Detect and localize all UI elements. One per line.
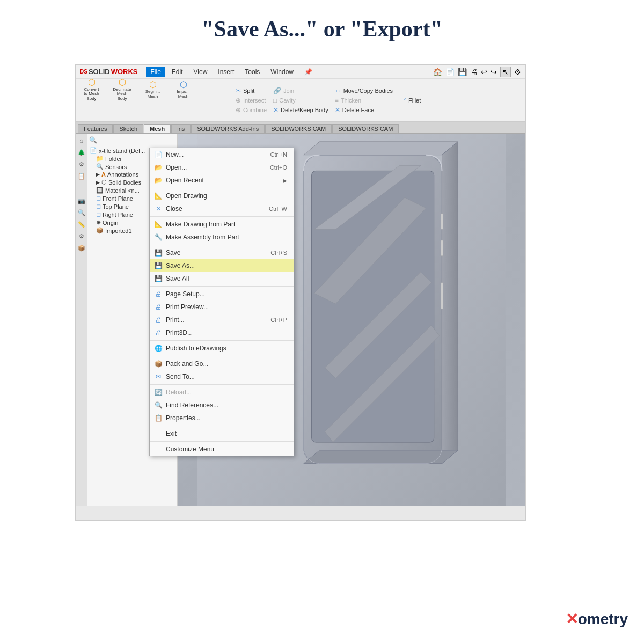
menu-item-print3d[interactable]: 🖨 Print3D... xyxy=(150,326,294,339)
imported-label: Imported1 xyxy=(105,228,132,234)
save-text: Save xyxy=(166,249,180,257)
save-all-left: 💾 Save All xyxy=(154,274,189,283)
separator-8 xyxy=(150,426,294,426)
xtile-icon: 📄 xyxy=(90,147,97,154)
split-button[interactable]: ✂ Split xyxy=(233,86,269,95)
menu-item-reload: 🔄 Reload... xyxy=(150,386,294,399)
intersect-icon: ⊕ xyxy=(236,97,241,104)
menu-item-pack-go[interactable]: 📦 Pack and Go... xyxy=(150,357,294,370)
tab-features[interactable]: Features xyxy=(78,124,113,133)
print-preview-left: 🖨 Print Preview... xyxy=(154,303,209,311)
icon-bar-measure[interactable]: 📏 xyxy=(77,219,86,229)
menu-item-new[interactable]: 📄 New... Ctrl+N xyxy=(150,148,294,161)
menu-item-save-all[interactable]: 💾 Save All xyxy=(150,272,294,285)
icon-bar-box[interactable]: 📦 xyxy=(77,243,86,253)
customize-text: Customize Menu xyxy=(166,445,214,453)
menu-item-send-to[interactable]: ✉ Send To... xyxy=(150,370,294,383)
join-label: Join xyxy=(283,87,294,94)
menu-pin[interactable]: 📌 xyxy=(300,67,317,77)
page-setup-text: Page Setup... xyxy=(166,290,205,298)
separator-7 xyxy=(150,384,294,385)
make-drawing-text: Make Drawing from Part xyxy=(166,221,235,228)
save-item-icon: 💾 xyxy=(154,248,163,257)
menu-item-properties[interactable]: 📋 Properties... xyxy=(150,412,294,425)
menu-item-open-drawing[interactable]: 📐 Open Drawing xyxy=(150,189,294,202)
icon-bar-magnet[interactable]: 🔍 xyxy=(77,208,86,217)
tab-mesh[interactable]: Mesh xyxy=(144,124,171,133)
filter-icon: 🔍 xyxy=(89,136,97,144)
intersect-button[interactable]: ⊕ Intersect xyxy=(233,96,269,105)
menu-item-make-drawing[interactable]: 📐 Make Drawing from Part xyxy=(150,218,294,231)
menu-item-open[interactable]: 📂 Open... Ctrl+O xyxy=(150,161,294,174)
thicken-icon: ≡ xyxy=(335,97,339,104)
icon-bar-home[interactable]: ⌂ xyxy=(77,136,86,145)
tab-sw-cam1[interactable]: SOLIDWORKS CAM xyxy=(265,124,332,133)
menu-item-make-assembly[interactable]: 🔧 Make Assembly from Part xyxy=(150,231,294,244)
undo-icon[interactable]: ↩ xyxy=(481,68,487,76)
thicken-button[interactable]: ≡ Thicken xyxy=(333,96,395,105)
menu-item-print[interactable]: 🖨 Print... Ctrl+P xyxy=(150,313,294,326)
print-icon[interactable]: 🖨 xyxy=(470,68,478,76)
fillet-button[interactable]: ◜ Fillet xyxy=(401,96,423,105)
combine-button[interactable]: ⊕ Combine xyxy=(233,106,269,114)
find-refs-icon: 🔍 xyxy=(154,401,163,409)
menu-item-page-setup[interactable]: 🖨 Page Setup... xyxy=(150,288,294,301)
send-to-left: ✉ Send To... xyxy=(154,372,195,381)
icon-bar-settings2[interactable]: ⚙ xyxy=(77,231,86,241)
delete-face-button[interactable]: ✕ Delete Face xyxy=(333,106,395,114)
tab-ins[interactable]: ins xyxy=(171,124,191,133)
menu-item-save[interactable]: 💾 Save Ctrl+S xyxy=(150,246,294,259)
send-to-text: Send To... xyxy=(166,373,195,380)
tab-sw-cam2[interactable]: SOLIDWORKS CAM xyxy=(332,124,399,133)
solidworks-header: DS SOLIDWORKS File Edit View Insert Tool… xyxy=(76,65,525,79)
menu-item-exit[interactable]: Exit xyxy=(150,427,294,440)
delete-keep-button[interactable]: ✕ Delete/Keep Body xyxy=(271,106,331,114)
pack-go-text: Pack and Go... xyxy=(166,360,208,368)
menu-item-print-preview[interactable]: 🖨 Print Preview... xyxy=(150,301,294,313)
menu-item-publish[interactable]: 🌐 Publish to eDrawings xyxy=(150,342,294,355)
decimate-icon: ⬡ xyxy=(119,78,126,87)
menu-item-save-as[interactable]: 💾 Save As... xyxy=(150,259,294,272)
settings-icon[interactable]: ⚙ xyxy=(514,68,521,76)
menu-item-close[interactable]: ✕ Close Ctrl+W xyxy=(150,202,294,215)
cavity-icon: □ xyxy=(273,97,277,104)
join-button[interactable]: 🔗 Join xyxy=(271,86,331,95)
tabs-bar: Features Sketch Mesh ins SOLIDWORKS Add-… xyxy=(76,122,525,134)
decimate-mesh-button[interactable]: ⬡ DecimateMeshBody xyxy=(107,80,137,99)
toolbar-row-1: ⬡ Convertto MeshBody ⬡ DecimateMeshBody … xyxy=(76,79,231,100)
open-recent-left: 📂 Open Recent xyxy=(154,176,204,185)
menu-item-customize[interactable]: Customize Menu xyxy=(150,443,294,456)
menu-insert[interactable]: Insert xyxy=(214,67,238,77)
folder-label: Folder xyxy=(105,156,122,162)
main-content: ⌂ 🌲 ⚙ 📋 📷 🔍 📏 ⚙ 📦 🔍 📄 x-tile st xyxy=(76,134,525,506)
icon-bar-layer[interactable]: 📋 xyxy=(77,171,86,181)
menu-item-find-refs[interactable]: 🔍 Find References... xyxy=(150,399,294,412)
tab-sketch[interactable]: Sketch xyxy=(113,124,143,133)
menu-window[interactable]: Window xyxy=(266,67,298,77)
convert-to-mesh-button[interactable]: ⬡ Convertto MeshBody xyxy=(77,80,106,99)
home-icon[interactable]: 🏠 xyxy=(433,68,442,76)
screenshot-container: DS SOLIDWORKS File Edit View Insert Tool… xyxy=(75,64,526,521)
icon-bar-tree[interactable]: 🌲 xyxy=(77,148,86,157)
new-shortcut: Ctrl+N xyxy=(270,151,287,158)
menu-tools[interactable]: Tools xyxy=(240,67,264,77)
cavity-button[interactable]: □ Cavity xyxy=(271,96,331,105)
move-copy-button[interactable]: ↔ Move/Copy Bodies xyxy=(333,86,395,95)
icon-bar-camera[interactable]: 📷 xyxy=(77,196,86,206)
split-label: Split xyxy=(243,87,254,94)
select-icon[interactable]: ↖ xyxy=(500,67,511,77)
origin-label: Origin xyxy=(103,219,118,226)
import-mesh-button[interactable]: ⬡ Impo...Mesh xyxy=(169,80,198,99)
separator-4 xyxy=(150,286,294,287)
menu-edit[interactable]: Edit xyxy=(167,67,187,77)
icon-bar-config[interactable]: ⚙ xyxy=(77,159,86,169)
menu-item-open-recent[interactable]: 📂 Open Recent ▶ xyxy=(150,174,294,187)
svg-rect-5 xyxy=(441,240,443,256)
menu-view[interactable]: View xyxy=(189,67,212,77)
new-icon[interactable]: 📄 xyxy=(445,68,455,76)
segment-mesh-button[interactable]: ⬡ Segm...Mesh xyxy=(138,80,167,99)
menu-file[interactable]: File xyxy=(146,67,165,77)
tab-sw-addins[interactable]: SOLIDWORKS Add-Ins xyxy=(191,124,265,133)
redo-icon[interactable]: ↪ xyxy=(491,68,497,76)
save-icon-toolbar[interactable]: 💾 xyxy=(458,68,467,76)
